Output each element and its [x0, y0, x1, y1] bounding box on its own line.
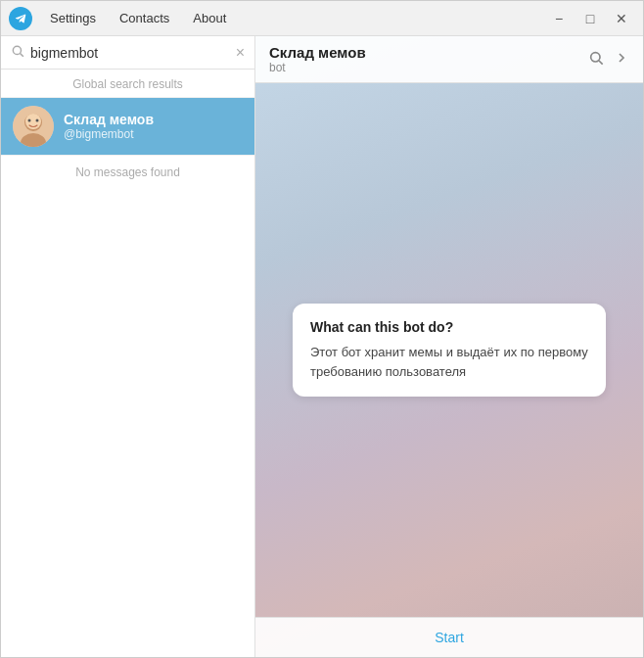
close-button[interactable]: ✕ — [608, 7, 635, 30]
start-button[interactable]: Start — [435, 630, 464, 645]
bot-card-title: What can this bot do? — [310, 319, 588, 335]
menu-contacts[interactable]: Contacts — [110, 7, 179, 29]
global-search-label: Global search results — [1, 70, 254, 98]
chat-bottom-bar: Start — [255, 617, 643, 657]
telegram-logo — [9, 7, 32, 30]
titlebar: Settings Contacts About − □ ✕ — [1, 1, 643, 36]
search-bar: × — [1, 36, 254, 70]
menu-about[interactable]: About — [183, 7, 236, 29]
titlebar-menu: Settings Contacts About — [40, 7, 236, 29]
maximize-button[interactable]: □ — [576, 7, 604, 30]
bot-card-description: Этот бот хранит мемы и выдаёт их по перв… — [310, 343, 588, 381]
contact-name: Склад мемов — [64, 112, 154, 127]
svg-point-6 — [28, 119, 31, 122]
svg-point-8 — [591, 52, 600, 61]
window-controls: − □ ✕ — [545, 7, 635, 30]
svg-point-7 — [36, 119, 39, 122]
search-input[interactable] — [30, 45, 236, 61]
minimize-button[interactable]: − — [545, 7, 573, 30]
chat-area: What can this bot do? Этот бот хранит ме… — [255, 83, 643, 617]
main-content: × Global search results — [1, 36, 643, 657]
bot-info-card: What can this bot do? Этот бот хранит ме… — [293, 304, 606, 397]
chat-header-actions — [588, 50, 629, 70]
right-panel: Склад мемов bot — [255, 36, 643, 657]
chat-header: Склад мемов bot — [255, 36, 643, 83]
left-panel: × Global search results — [1, 36, 255, 657]
search-chat-button[interactable] — [588, 50, 604, 70]
forward-button[interactable] — [614, 50, 629, 70]
search-clear-button[interactable]: × — [236, 45, 245, 61]
svg-point-0 — [13, 46, 21, 54]
chat-header-info: Склад мемов bot — [269, 44, 588, 74]
contact-item[interactable]: Склад мемов @bigmembot — [1, 98, 254, 155]
contact-info: Склад мемов @bigmembot — [64, 112, 154, 141]
avatar — [13, 106, 54, 147]
chat-name: Склад мемов — [269, 44, 588, 61]
contact-handle: @bigmembot — [64, 127, 154, 141]
svg-line-1 — [21, 54, 23, 57]
no-messages-label: No messages found — [1, 155, 254, 189]
app-window: Settings Contacts About − □ ✕ × — [0, 0, 644, 658]
search-icon — [11, 44, 24, 61]
chat-status: bot — [269, 61, 588, 74]
svg-line-9 — [599, 61, 603, 65]
menu-settings[interactable]: Settings — [40, 7, 106, 29]
